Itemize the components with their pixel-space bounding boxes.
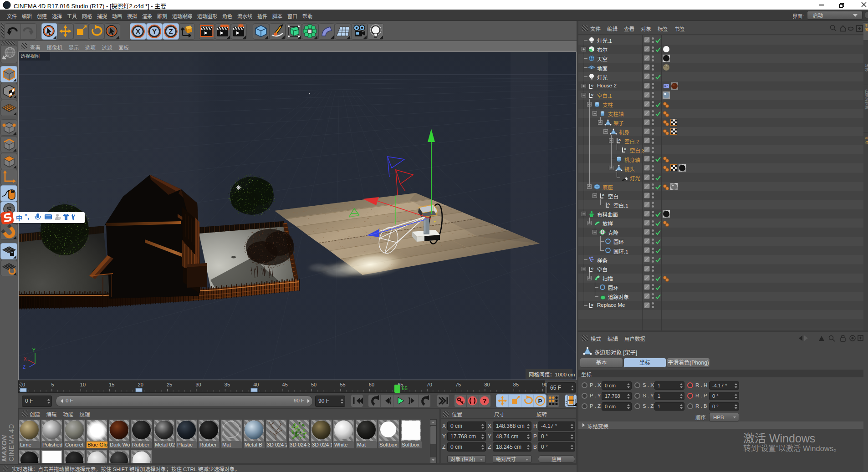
svg-text:Y: Y bbox=[152, 27, 157, 35]
svg-text:o: o bbox=[624, 147, 626, 151]
svg-text:Y: Y bbox=[32, 348, 36, 353]
svg-text:o: o bbox=[591, 92, 593, 96]
svg-text:?: ? bbox=[483, 397, 487, 405]
svg-text:o: o bbox=[591, 303, 593, 307]
svg-text:o: o bbox=[591, 83, 593, 87]
svg-text:P: P bbox=[538, 398, 542, 405]
svg-text:透视视图: 透视视图 bbox=[20, 53, 40, 59]
svg-text:网格间距：1000 cm: 网格间距：1000 cm bbox=[529, 371, 575, 377]
svg-text:65: 65 bbox=[402, 386, 408, 391]
svg-text:X: X bbox=[136, 27, 140, 35]
svg-text:Z: Z bbox=[23, 365, 26, 370]
svg-text:Z: Z bbox=[168, 27, 173, 35]
svg-text:o: o bbox=[608, 202, 610, 206]
svg-text:X: X bbox=[24, 356, 27, 361]
svg-text:o: o bbox=[591, 266, 593, 270]
svg-text:o: o bbox=[618, 138, 621, 142]
svg-text:o: o bbox=[602, 193, 604, 197]
